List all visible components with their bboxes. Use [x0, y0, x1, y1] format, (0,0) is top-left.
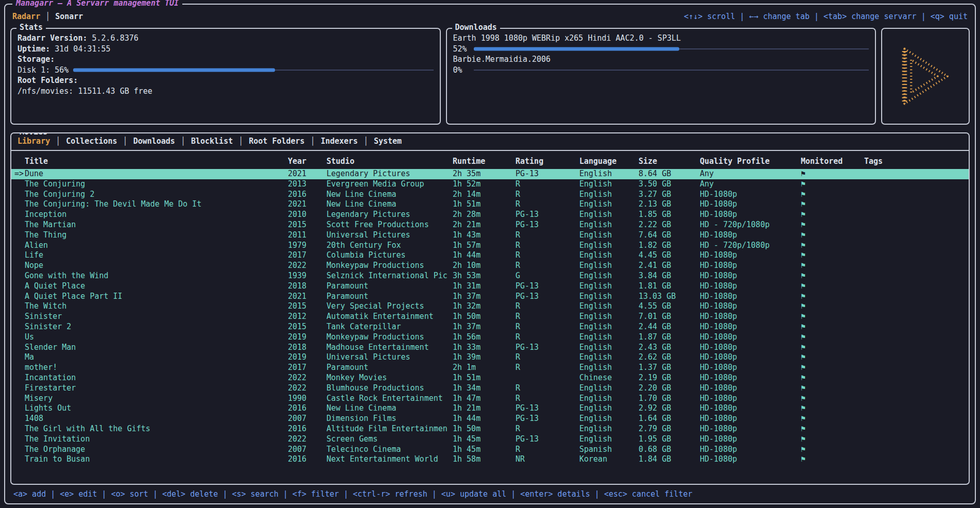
table-row[interactable]: The Thing2011Universal Pictures1h 43mREn…	[11, 230, 969, 241]
table-row[interactable]: Train to Busan2016Next Entertainment Wor…	[11, 454, 969, 465]
cell-rating: PG-13	[515, 343, 579, 353]
table-row[interactable]: A Quiet Place Part II2021Paramount1h 37m…	[11, 292, 969, 302]
table-row[interactable]: Nope2022Monkeypaw Productions2h 10mREngl…	[11, 261, 969, 271]
cell-language: English	[579, 199, 639, 210]
tab-sonarr[interactable]: Sonarr	[55, 12, 83, 21]
cell-runtime: 1h 56m	[453, 332, 515, 343]
table-row[interactable]: Ma2019Universal Pictures1h 39mREnglish2.…	[11, 352, 969, 363]
cell-size: 2.22 GB	[639, 220, 700, 230]
table-row[interactable]: The Conjuring2013Evergreen Media Group1h…	[11, 179, 969, 190]
cell-rating: R	[515, 241, 579, 251]
table-row[interactable]: Inception2010Legendary Pictures2h 28mPG-…	[11, 210, 969, 220]
cell-runtime: 1h 58m	[453, 454, 515, 465]
stats-panel: Stats Radarr Version: 5.2.6.8376 Uptime:…	[10, 28, 441, 125]
cell-studio: Castle Rock Entertainment	[326, 394, 453, 404]
movie-title: Dune	[25, 169, 43, 178]
monitored-icon: ⚑	[801, 445, 864, 455]
cell-rating: R	[515, 199, 579, 210]
cell-runtime: 2h 28m	[453, 210, 515, 220]
cell-rating: G	[515, 271, 579, 281]
cell-size: 1.95 GB	[639, 434, 700, 445]
table-row[interactable]: The Conjuring: The Devil Made Me Do It20…	[11, 199, 969, 210]
table-row[interactable]: The Martian2015Scott Free Productions2h …	[11, 220, 969, 230]
downloads-panel: Downloads Earth 1998 1080p WEBRip x265 H…	[446, 28, 876, 125]
table-row[interactable]: The Orphanage2007Telecinco Cinema1h 45mR…	[11, 445, 969, 455]
movie-title: Inception	[25, 210, 66, 219]
cell-studio: Selznick International Pic	[326, 271, 453, 281]
tab-library[interactable]: Library	[18, 137, 50, 146]
logo-panel	[881, 28, 970, 125]
table-row[interactable]: Firestarter2022Blumhouse Productions1h 3…	[11, 383, 969, 394]
tab-indexers[interactable]: Indexers	[321, 137, 358, 146]
tab-downloads[interactable]: Downloads	[133, 137, 175, 146]
column-header-rating: Rating	[515, 156, 579, 166]
cell-language: English	[579, 292, 639, 302]
table-row[interactable]: Life2017Columbia Pictures1h 44mREnglish4…	[11, 250, 969, 261]
tab-system[interactable]: System	[374, 137, 402, 146]
table-row[interactable]: Incantation2022Monkey Movies1h 51mChines…	[11, 373, 969, 383]
tab-root-folders[interactable]: Root Folders	[249, 137, 304, 146]
table-row[interactable]: The Girl with All the Gifts2016Altitude …	[11, 424, 969, 434]
cell-rating: R	[515, 383, 579, 394]
cell-quality: HD - 720p/1080p	[700, 220, 801, 230]
table-row[interactable]: Gone with the Wind1939Selznick Internati…	[11, 271, 969, 281]
table-row[interactable]: Us2019Monkeypaw Productions1h 56mREnglis…	[11, 332, 969, 343]
cell-studio: Universal Pictures	[326, 352, 453, 363]
cell-runtime: 1h 44m	[453, 414, 515, 424]
movie-title: A Quiet Place Part II	[25, 292, 123, 301]
cell-quality: HD-1080p	[700, 414, 801, 424]
cell-year: 1939	[288, 271, 326, 281]
cell-runtime: 3h 53m	[453, 271, 515, 281]
table-row[interactable]: Alien197920th Century Fox1h 57mREnglish1…	[11, 241, 969, 251]
disk-usage-line: Disk 1: 56%	[18, 65, 434, 76]
movie-title: The Invitation	[25, 434, 90, 444]
cell-runtime: 1h 51m	[453, 373, 515, 383]
cell-language: English	[579, 332, 639, 343]
table-row[interactable]: 14082007Dimension Films1h 44mPG-13Englis…	[11, 414, 969, 424]
table-row[interactable]: The Witch2015Very Special Projects1h 32m…	[11, 301, 969, 312]
monitored-icon: ⚑	[801, 424, 864, 434]
table-row[interactable]: =>Dune2021Legendary Pictures2h 35mPG-13E…	[11, 169, 969, 179]
movie-title: Sinister 2	[25, 322, 71, 331]
cell-studio: Paramount	[326, 363, 453, 373]
cell-studio: New Line Cinema	[326, 199, 453, 210]
table-row[interactable]: Sinister2012Automatik Entertainment1h 50…	[11, 312, 969, 322]
movie-title: Life	[25, 250, 43, 260]
cell-language: English	[579, 322, 639, 332]
cell-title: The Conjuring: The Devil Made Me Do It	[11, 199, 288, 210]
cell-language: English	[579, 261, 639, 271]
cell-studio: Paramount	[326, 292, 453, 302]
table-row[interactable]: Lights Out2016New Line Cinema1h 21mPG-13…	[11, 403, 969, 414]
cell-title: 1408	[11, 414, 288, 424]
table-row[interactable]: Misery1990Castle Rock Entertainment1h 47…	[11, 394, 969, 404]
table-row[interactable]: Slender Man2018Madhouse Entertainment1h …	[11, 343, 969, 353]
tab-separator: │	[311, 137, 315, 146]
cell-studio: Next Entertainment World	[326, 454, 453, 465]
download-progress-label: 52%	[453, 44, 469, 54]
tab-blocklist[interactable]: Blocklist	[191, 137, 233, 146]
cell-year: 2017	[288, 250, 326, 261]
tab-radarr[interactable]: Radarr	[12, 12, 40, 21]
movie-title: Us	[25, 332, 34, 342]
table-row[interactable]: mother!2017Paramount2h 1mREnglish1.37 GB…	[11, 363, 969, 373]
movie-title: Firestarter	[25, 383, 76, 393]
column-header-tags: Tags	[864, 156, 969, 166]
tab-separator: │	[181, 137, 185, 146]
cell-title: The Girl with All the Gifts	[11, 424, 288, 434]
cell-size: 4.45 GB	[639, 250, 700, 261]
table-row[interactable]: Sinister 22015Tank Caterpillar1h 37mREng…	[11, 322, 969, 332]
table-row[interactable]: A Quiet Place2018Paramount1h 31mPG-13Eng…	[11, 281, 969, 292]
monitored-icon: ⚑	[801, 352, 864, 363]
table-row[interactable]: The Conjuring 22016New Line Cinema2h 14m…	[11, 190, 969, 200]
table-row[interactable]: The Invitation2022Screen Gems1h 45mPG-13…	[11, 434, 969, 445]
cell-quality: HD-1080p	[700, 363, 801, 373]
cell-runtime: 1h 51m	[453, 199, 515, 210]
tab-collections[interactable]: Collections	[66, 137, 117, 146]
cell-language: English	[579, 414, 639, 424]
cell-rating: PG-13	[515, 414, 579, 424]
cell-size: 2.62 GB	[639, 352, 700, 363]
cell-quality: HD-1080p	[700, 424, 801, 434]
download-progress-label: 0%	[453, 65, 469, 75]
cell-size: 3.84 GB	[639, 271, 700, 281]
column-header-title: Title	[11, 156, 288, 166]
